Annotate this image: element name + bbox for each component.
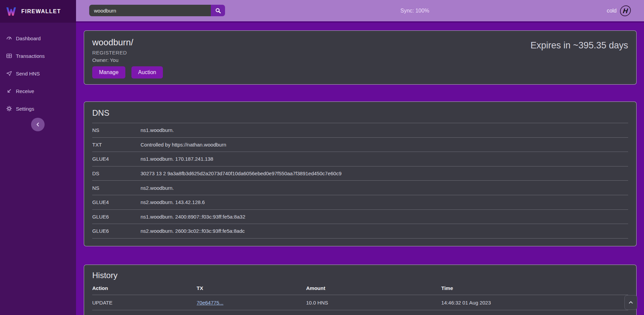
dashboard-icon	[6, 35, 12, 41]
history-table: Action TX Amount Time UPDATE 70e64775...…	[92, 281, 628, 315]
dns-record-type: TXT	[92, 142, 141, 148]
history-time: 14:46:32 01 Aug 2023	[441, 300, 628, 306]
settings-icon	[6, 106, 12, 112]
history-action: UPDATE	[92, 300, 197, 306]
sidebar-item-receive[interactable]: Receive	[0, 82, 76, 100]
dns-record-type: GLUE6	[92, 228, 141, 234]
search-input[interactable]	[89, 5, 211, 16]
dns-record-value: Controlled by https://nathan.woodburn	[141, 142, 226, 148]
dns-record-type: NS	[92, 185, 141, 191]
column-header-time: Time	[441, 285, 628, 291]
dns-record-value: 30273 13 2 9a3a8fb3d625d2a2073d740f10da6…	[141, 171, 342, 176]
wallet-name-label: cold	[607, 8, 617, 14]
sidebar-item-settings[interactable]: Settings	[0, 100, 76, 117]
dns-record-type: NS	[92, 127, 141, 133]
firewallet-logo-icon	[5, 6, 17, 17]
dns-record-row: NS ns1.woodburn.	[92, 123, 628, 138]
history-title: History	[84, 265, 636, 280]
search-icon	[215, 8, 221, 14]
chevron-up-icon	[628, 300, 633, 305]
dns-record-value: ns1.woodburn. 170.187.241.138	[141, 156, 213, 162]
dns-record-value: ns2.woodburn. 143.42.128.6	[141, 199, 205, 205]
dns-record-value: ns2.woodburn.	[141, 185, 174, 191]
manage-button[interactable]: Manage	[92, 66, 125, 78]
sidebar-item-label: Settings	[16, 106, 34, 112]
domain-expiry: Expires in ~395.35 days	[530, 40, 628, 51]
sidebar-item-transactions[interactable]: Transactions	[0, 47, 76, 65]
dns-record-row: NS ns2.woodburn.	[92, 181, 628, 195]
column-header-tx: TX	[197, 285, 306, 291]
dns-record-row: DS 30273 13 2 9a3a8fb3d625d2a2073d740f10…	[92, 166, 628, 181]
collapse-sidebar-button[interactable]	[31, 118, 45, 131]
sidebar: FIREWALLET Dashboard Transactions Send H…	[0, 0, 76, 315]
receive-icon	[6, 88, 12, 94]
sidebar-item-send-hns[interactable]: Send HNS	[0, 65, 76, 82]
brand-name: FIREWALLET	[21, 8, 61, 15]
transactions-icon	[6, 53, 12, 59]
search-button[interactable]	[211, 5, 225, 16]
dns-record-row: GLUE4 ns2.woodburn. 143.42.128.6	[92, 195, 628, 210]
dns-record-row: GLUE6 ns1.woodburn. 2400:8907::f03c:93ff…	[92, 210, 628, 224]
firewallet-window: Sync: 100% cold H FIR	[0, 0, 644, 315]
dns-record-type: GLUE6	[92, 214, 141, 220]
auction-button[interactable]: Auction	[131, 66, 163, 78]
dns-card: DNS NS ns1.woodburn. TXT Controlled by h…	[84, 102, 637, 246]
history-card: History Action TX Amount Time UPDATE 70e…	[84, 265, 637, 315]
handshake-logo-icon[interactable]: H	[619, 5, 631, 16]
topbar: Sync: 100% cold H	[76, 0, 644, 23]
sidebar-item-label: Receive	[16, 88, 34, 94]
sync-status: Sync: 100%	[400, 0, 429, 21]
history-amount: 10.0 HNS	[306, 300, 441, 306]
history-row: UPDATE 70e64775... 10.0 HNS 14:46:32 01 …	[92, 295, 628, 310]
dns-record-value: ns2.woodburn. 2600:3c02::f03c:93ff:fe5a:…	[141, 228, 245, 234]
history-header-row: Action TX Amount Time	[92, 281, 628, 295]
column-header-action: Action	[92, 285, 197, 291]
dns-record-value: ns1.woodburn.	[141, 127, 174, 133]
dns-record-type: GLUE4	[92, 156, 141, 162]
wallet-indicator: cold H	[607, 0, 631, 21]
dns-title: DNS	[84, 102, 636, 123]
chevron-left-icon	[35, 122, 40, 127]
sidebar-nav: Dashboard Transactions Send HNS Receive	[0, 23, 76, 117]
sidebar-item-label: Send HNS	[16, 71, 40, 76]
dns-record-type: GLUE4	[92, 199, 141, 205]
domain-owner: Owner: You	[92, 57, 628, 63]
app-logo: FIREWALLET	[0, 0, 76, 23]
domain-summary-card: woodburn/ REGISTERED Owner: You Manage A…	[84, 30, 637, 85]
dns-record-row: GLUE6 ns2.woodburn. 2600:3c02::f03c:93ff…	[92, 224, 628, 239]
dns-record-value: ns1.woodburn. 2400:8907::f03c:93ff:fe5a:…	[141, 214, 245, 220]
send-icon	[6, 70, 12, 76]
dns-record-row: TXT Controlled by https://nathan.woodbur…	[92, 138, 628, 152]
dns-record-row: GLUE4 ns1.woodburn. 170.187.241.138	[92, 152, 628, 166]
history-row: RENEW d78e64b2... 10.0 HNS 15:47:36 07 F…	[92, 310, 628, 315]
sidebar-item-label: Dashboard	[16, 36, 41, 41]
scroll-to-top-button[interactable]	[624, 295, 637, 310]
domain-search	[89, 5, 225, 16]
sidebar-item-label: Transactions	[16, 53, 45, 59]
column-header-amount: Amount	[306, 285, 441, 291]
sidebar-item-dashboard[interactable]: Dashboard	[0, 29, 76, 47]
tx-link[interactable]: 70e64775...	[197, 300, 223, 306]
dns-records-table: NS ns1.woodburn. TXT Controlled by https…	[92, 123, 628, 239]
dns-record-type: DS	[92, 171, 141, 176]
